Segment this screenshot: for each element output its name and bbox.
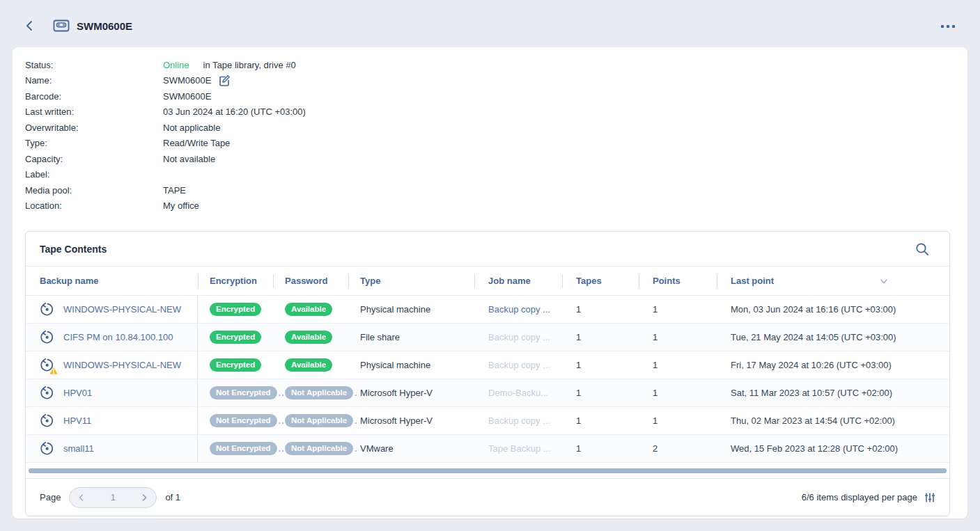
password-badge: Not Applicable xyxy=(285,386,353,399)
points-cell: 1 xyxy=(639,360,717,370)
backup-name-link[interactable]: CIFS PM on 10.84.100.100 xyxy=(63,332,173,342)
sort-desc-icon xyxy=(880,277,888,285)
detail-label: Overwritable: xyxy=(25,122,163,133)
points-cell: 1 xyxy=(639,415,717,426)
detail-label: Last written: xyxy=(25,106,163,117)
tape-detail-page: SWM0600E Status: Onlinein Tape library, … xyxy=(0,0,980,531)
page-title: SWM0600E xyxy=(77,20,132,32)
status-location-text: in Tape library, drive #0 xyxy=(203,60,296,70)
prev-page-icon[interactable] xyxy=(77,493,86,502)
column-header-password[interactable]: Password xyxy=(273,267,348,295)
points-cell: 1 xyxy=(639,332,717,342)
table-footer: Page 1 of 1 6/6 items displayed per page xyxy=(26,478,949,516)
search-icon[interactable] xyxy=(915,241,930,257)
backup-name-link[interactable]: HPV11 xyxy=(63,415,91,426)
total-pages-label: of 1 xyxy=(165,492,180,502)
backup-name-link[interactable]: HPV01 xyxy=(63,388,92,398)
column-header-backup-name[interactable]: Backup name xyxy=(26,267,198,295)
restore-point-icon xyxy=(40,330,54,344)
password-badge: Available xyxy=(285,303,332,316)
detail-value: Read/Write Tape xyxy=(163,138,230,148)
column-header-tapes[interactable]: Tapes xyxy=(562,267,639,295)
type-cell: VMware xyxy=(348,443,474,454)
password-badge: Not Applicable xyxy=(285,414,353,427)
backup-name-link[interactable]: WINDOWS-PHYSICAL-NEW xyxy=(63,360,181,370)
detail-label: Name: xyxy=(25,75,163,86)
table-row[interactable]: WINDOWS-PHYSICAL-NEW Encrypted Available… xyxy=(26,296,949,324)
column-header-points[interactable]: Points xyxy=(639,267,717,295)
horizontal-scrollbar xyxy=(26,463,949,478)
detail-row-last-written: Last written: 03 Jun 2024 at 16:20 (UTC … xyxy=(25,104,306,120)
table-row[interactable]: WINDOWS-PHYSICAL-NEW Encrypted Available… xyxy=(26,351,949,379)
tapes-cell: 1 xyxy=(562,332,639,342)
last-point-cell: Fri, 17 May 2024 at 10:26 (UTC +03:00) xyxy=(731,360,892,370)
restore-point-icon xyxy=(40,413,54,428)
detail-label: Barcode: xyxy=(25,91,163,102)
edit-name-icon[interactable] xyxy=(218,74,231,87)
detail-row-type: Type: Read/Write Tape xyxy=(25,136,306,152)
restore-point-icon xyxy=(40,358,54,372)
page-number-input[interactable]: 1 xyxy=(106,492,120,502)
job-name-link[interactable]: Backup copy ... xyxy=(488,332,550,342)
next-page-icon[interactable] xyxy=(139,493,149,502)
column-header-job-name[interactable]: Job name xyxy=(474,267,562,295)
more-actions-menu-icon[interactable] xyxy=(938,22,958,31)
detail-value: SWM0600E xyxy=(163,91,211,102)
tapes-cell: 1 xyxy=(562,443,639,454)
tape-cassette-icon xyxy=(53,18,70,33)
type-cell: Physical machine xyxy=(348,304,474,315)
job-name-link[interactable]: Tape Backup ... xyxy=(488,443,551,454)
detail-row-status: Status: Onlinein Tape library, drive #0 xyxy=(25,57,306,73)
horizontal-scrollbar-thumb[interactable] xyxy=(29,468,947,473)
detail-row-name: Name: SWM0600E xyxy=(25,73,306,89)
tapes-cell: 1 xyxy=(562,304,639,315)
encryption-badge: Encrypted xyxy=(210,358,261,372)
last-point-cell: Wed, 15 Feb 2023 at 12:28 (UTC +02:00) xyxy=(731,443,898,454)
detail-value: SWM0600E xyxy=(163,75,211,86)
job-name-link[interactable]: Backup copy ... xyxy=(488,415,550,426)
tapes-cell: 1 xyxy=(562,388,639,398)
type-cell: Microsoft Hyper-V xyxy=(348,415,474,426)
restore-point-icon xyxy=(40,302,54,317)
last-point-cell: Thu, 02 Mar 2023 at 14:54 (UTC +02:00) xyxy=(731,415,895,426)
detail-value: TAPE xyxy=(163,185,186,196)
table-row[interactable]: HPV11 Not Encrypted.. Not Applicable. Mi… xyxy=(26,407,949,435)
page-label: Page xyxy=(40,492,61,502)
backup-name-link[interactable]: small11 xyxy=(63,443,94,454)
status-online-value: Online xyxy=(163,60,189,70)
encryption-badge: Not Encrypted xyxy=(210,386,277,399)
detail-label: Location: xyxy=(25,200,163,211)
type-cell: File share xyxy=(348,332,474,342)
job-name-link[interactable]: Demo-Backu... xyxy=(488,388,548,398)
last-point-cell: Mon, 03 Jun 2024 at 16:16 (UTC +03:00) xyxy=(731,304,896,315)
table-row[interactable]: HPV01 Not Encrypted.. Not Applicable. Mi… xyxy=(26,379,949,407)
tape-detail-panel: Status: Onlinein Tape library, drive #0 … xyxy=(13,47,967,518)
encryption-badge: Encrypted xyxy=(210,303,261,316)
encryption-badge: Encrypted xyxy=(210,331,261,344)
encryption-badge: Not Encrypted xyxy=(210,442,277,455)
tapes-cell: 1 xyxy=(562,360,639,370)
detail-value: My office xyxy=(163,200,199,211)
restore-point-icon xyxy=(40,386,54,400)
detail-row-label: Label: xyxy=(25,167,306,183)
last-point-cell: Sat, 11 Mar 2023 at 10:57 (UTC +02:00) xyxy=(731,388,892,398)
table-row[interactable]: CIFS PM on 10.84.100.100 Encrypted Avail… xyxy=(26,324,949,351)
tape-contents-header: Tape Contents xyxy=(26,232,949,267)
points-cell: 2 xyxy=(639,443,717,454)
job-name-link[interactable]: Backup copy ... xyxy=(488,360,550,370)
restore-point-icon xyxy=(40,441,54,456)
column-header-type[interactable]: Type xyxy=(348,267,474,295)
detail-label: Status: xyxy=(25,60,163,70)
table-row[interactable]: small11 Not Encrypted.. Not Applicable. … xyxy=(26,435,949,463)
detail-value: Not available xyxy=(163,154,215,164)
column-header-encryption[interactable]: Encryption xyxy=(198,267,273,295)
detail-label: Type: xyxy=(25,138,163,148)
detail-label: Capacity: xyxy=(25,154,163,164)
items-per-page-settings-icon[interactable] xyxy=(924,492,935,503)
back-button[interactable] xyxy=(22,18,38,33)
job-name-link[interactable]: Backup copy ... xyxy=(488,304,550,315)
backup-name-link[interactable]: WINDOWS-PHYSICAL-NEW xyxy=(63,304,181,315)
table-header-row: Backup name Encryption Password Type Job… xyxy=(26,267,949,296)
column-header-last-point[interactable]: Last point xyxy=(717,267,949,295)
points-cell: 1 xyxy=(639,388,717,398)
